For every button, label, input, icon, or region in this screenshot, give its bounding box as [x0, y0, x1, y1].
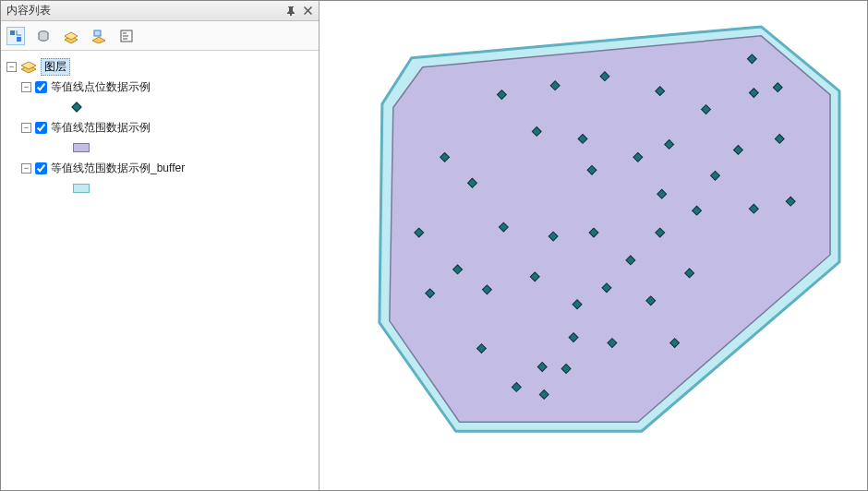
toc-toolbar: [1, 21, 319, 51]
layer-visibility-checkbox[interactable]: [35, 162, 47, 174]
list-by-visibility-button[interactable]: [62, 27, 80, 45]
expander-icon[interactable]: −: [6, 62, 17, 72]
svg-rect-3: [94, 30, 101, 36]
layer-label: 等值线范围数据示例: [51, 120, 151, 136]
polygon-symbol-icon: [73, 143, 90, 152]
expander-icon[interactable]: −: [21, 163, 31, 174]
layer-label: 等值线范围数据示例_buffer: [51, 161, 185, 176]
expander-icon[interactable]: −: [21, 82, 31, 92]
app-window: 内容列表: [0, 0, 868, 491]
point-symbol-icon: [71, 102, 81, 112]
layer-visibility-checkbox[interactable]: [35, 81, 47, 93]
pin-icon[interactable]: [285, 6, 296, 17]
panel-title: 内容列表: [6, 3, 51, 18]
svg-rect-0: [10, 30, 15, 35]
svg-rect-1: [17, 37, 21, 42]
layer-row-buffer[interactable]: − 等值线范围数据示例_buffer: [5, 158, 315, 178]
layer-symbol-row: [5, 178, 315, 198]
tree-root-label[interactable]: 图层: [41, 58, 70, 76]
polygon-symbol-icon: [73, 184, 90, 193]
toc-panel: 内容列表: [1, 1, 319, 490]
layer-row-range[interactable]: − 等值线范围数据示例: [5, 117, 315, 138]
layer-visibility-checkbox[interactable]: [35, 122, 47, 134]
layer-symbol-row: [5, 97, 315, 117]
map-canvas: [319, 1, 867, 490]
list-by-drawing-order-button[interactable]: [6, 27, 25, 45]
options-button[interactable]: [117, 27, 136, 45]
map-view[interactable]: [319, 1, 867, 490]
layer-row-point[interactable]: − 等值线点位数据示例: [5, 77, 315, 97]
layers-group-icon: [20, 60, 37, 73]
layer-label: 等值线点位数据示例: [51, 79, 151, 95]
expander-icon[interactable]: −: [21, 123, 31, 133]
layer-tree: − 图层 − 等值线点位数据示例 − 等值线范围数据示例: [1, 51, 319, 490]
close-icon[interactable]: [302, 6, 313, 17]
layer-symbol-row: [5, 138, 315, 158]
list-by-source-button[interactable]: [34, 27, 53, 45]
list-by-selection-button[interactable]: [90, 27, 108, 45]
range-polygon: [390, 36, 830, 422]
panel-header: 内容列表: [1, 1, 319, 21]
tree-root-row: − 图层: [5, 56, 315, 77]
